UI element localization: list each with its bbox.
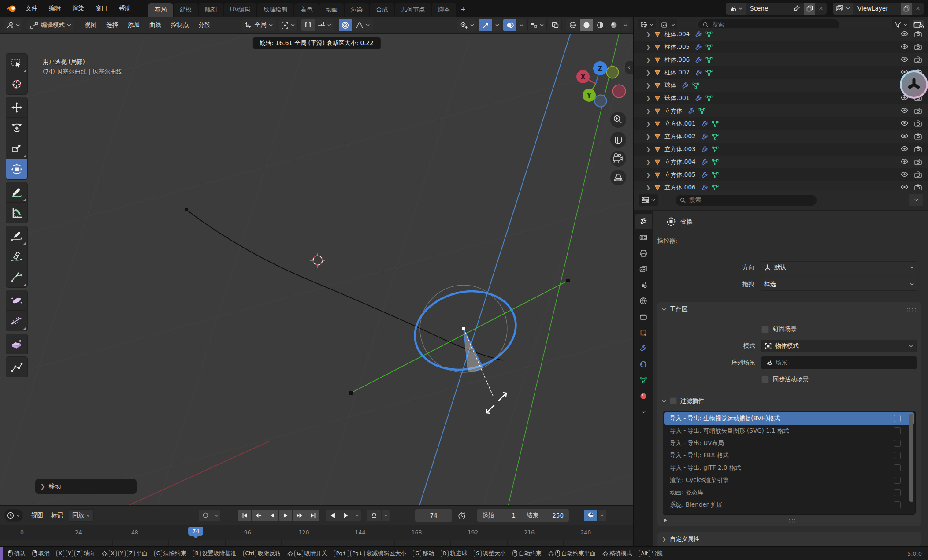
object-name[interactable]: 立方体.005 [664, 171, 696, 179]
overlays-dropdown[interactable] [517, 19, 526, 31]
drag-select[interactable]: 框选 [761, 278, 917, 291]
object-name[interactable]: 立方体.001 [664, 120, 696, 128]
tool-settings-dropdown[interactable] [4, 19, 22, 31]
menu-渲染[interactable]: 渲染 [67, 3, 89, 14]
stopwatch-icon[interactable] [457, 511, 466, 520]
tool-rotate-button[interactable] [6, 118, 28, 138]
outliner-row[interactable]: ❯立方体 [634, 104, 928, 117]
shading-rendered-button[interactable] [607, 19, 620, 31]
modifier-wrench-icon[interactable] [701, 171, 708, 178]
workspace-tab-渲染[interactable]: 渲染 [345, 3, 369, 17]
show-gizmo-dropdown[interactable] [457, 19, 477, 31]
outliner-row[interactable]: ❯立方体.001 [634, 117, 928, 130]
next-keyframe-button[interactable] [293, 510, 306, 521]
addon-enable-checkbox[interactable] [894, 452, 901, 459]
shading-solid-button[interactable] [580, 19, 593, 31]
properties-tool-tab[interactable] [635, 214, 652, 229]
workspace-tab-几何节点[interactable]: 几何节点 [395, 3, 431, 17]
viewport-menu-添加[interactable]: 添加 [124, 19, 144, 31]
hide-eye-icon[interactable] [901, 159, 908, 164]
mesh-data-icon[interactable] [705, 44, 713, 51]
viewport-menu-曲线[interactable]: 曲线 [145, 19, 165, 31]
expand-chevron-icon[interactable]: ❯ [646, 146, 650, 152]
falloff-dropdown[interactable] [353, 19, 373, 31]
hide-eye-icon[interactable] [901, 133, 908, 139]
outliner-row[interactable]: ❯球体 [634, 79, 928, 92]
expand-chevron-icon[interactable]: ❯ [646, 121, 650, 127]
expand-chevron-icon[interactable]: ❯ [646, 159, 650, 165]
filter-addons-header[interactable]: 过滤插件 [657, 394, 921, 408]
scene-browse-button[interactable] [726, 3, 746, 15]
expand-chevron-icon[interactable]: ❯ [646, 108, 650, 114]
panel-drag-grip[interactable] [906, 308, 917, 312]
menu-帮助[interactable]: 帮助 [114, 3, 136, 14]
hide-eye-icon[interactable] [901, 171, 908, 177]
outliner-row[interactable]: ❯柱体.007 [634, 66, 928, 79]
outliner-row[interactable]: ❯球体.001 [634, 92, 928, 104]
snap-toggle[interactable] [301, 19, 315, 31]
mesh-data-icon[interactable] [698, 108, 705, 115]
modifier-wrench-icon[interactable] [701, 133, 708, 140]
viewlayer-name[interactable]: ViewLayer [853, 5, 901, 12]
expand-chevron-icon[interactable]: ❯ [646, 172, 650, 178]
addon-row[interactable]: 导入 - 导出: 可缩放矢量图形 (SVG) 1.1 格式 [664, 425, 914, 437]
sync-active-scene-checkbox[interactable] [761, 376, 769, 383]
properties-search-input[interactable]: 搜索 [676, 195, 817, 206]
render-camera-icon[interactable] [914, 159, 922, 165]
menu-窗口[interactable]: 窗口 [90, 3, 113, 14]
hide-eye-icon[interactable] [901, 146, 908, 152]
tool-annotate-button[interactable] [6, 182, 28, 203]
outliner-row[interactable]: ❯柱体.004 [634, 28, 928, 41]
object-name[interactable]: 柱体.004 [664, 30, 690, 38]
modifier-wrench-icon[interactable] [695, 56, 702, 63]
object-name[interactable]: 球体.001 [664, 94, 690, 102]
hide-eye-icon[interactable] [901, 120, 908, 126]
object-name[interactable]: 柱体.007 [664, 69, 690, 77]
tool-randomize-button[interactable] [6, 356, 28, 377]
play-button[interactable] [279, 510, 292, 521]
modifier-wrench-icon[interactable] [701, 146, 708, 153]
object-name[interactable]: 立方体.003 [664, 145, 696, 153]
properties-physics-tab[interactable] [635, 357, 652, 372]
addon-row[interactable]: 导入 - 导出: FBX 格式 [664, 449, 914, 462]
scene-name[interactable]: Scene [746, 5, 793, 12]
pivot-point-dropdown[interactable] [278, 19, 298, 31]
workspace-tab-布局[interactable]: 布局 [148, 3, 173, 17]
object-name[interactable]: 立方体.004 [664, 158, 696, 166]
xray-toggle[interactable] [549, 19, 562, 31]
properties-tabs-overflow[interactable] [635, 404, 652, 419]
modifier-wrench-icon[interactable] [695, 44, 702, 51]
render-camera-icon[interactable] [914, 184, 922, 190]
object-name[interactable]: 柱体.005 [664, 43, 690, 51]
outliner-row[interactable]: ❯立方体.005 [634, 168, 928, 181]
timeline-playhead[interactable]: 74 [188, 527, 203, 536]
addon-enable-checkbox[interactable] [894, 464, 901, 471]
proportional-editing-toggle[interactable] [339, 19, 352, 31]
properties-render-tab[interactable] [635, 230, 652, 245]
addon-enable-checkbox[interactable] [894, 477, 901, 484]
viewport-3d[interactable]: Z X Y [0, 34, 633, 505]
timeline-ruler[interactable]: 024489612014416819221624074 [0, 525, 633, 540]
frame-step-dropdown[interactable] [353, 510, 361, 521]
frame-start-field[interactable]: 起始1 [477, 509, 521, 522]
shading-wireframe-button[interactable] [566, 19, 579, 31]
properties-modifiers-tab[interactable] [635, 341, 652, 356]
tool-draw-curve-button[interactable] [6, 226, 28, 246]
hide-eye-icon[interactable] [901, 108, 908, 113]
properties-viewlayer-tab[interactable] [635, 262, 652, 277]
frame-end-field[interactable]: 结束250 [521, 509, 569, 522]
pin-icon[interactable] [793, 5, 800, 12]
workspace-tab-UV编辑[interactable]: UV编辑 [224, 3, 256, 17]
properties-scene-tab[interactable] [635, 278, 652, 293]
object-name[interactable]: 立方体.006 [664, 184, 696, 190]
viewport-menu-选择[interactable]: 选择 [102, 19, 122, 31]
properties-data-tab[interactable] [635, 373, 652, 388]
workspace-tab-雕刻[interactable]: 雕刻 [199, 3, 223, 17]
hide-eye-icon[interactable] [901, 184, 908, 190]
expand-chevron-icon[interactable]: ❯ [646, 31, 650, 37]
workspace-tab-动画[interactable]: 动画 [319, 3, 344, 17]
render-camera-icon[interactable] [914, 44, 922, 50]
properties-collection-tab[interactable] [635, 309, 652, 324]
expand-triangle-icon[interactable] [664, 518, 667, 523]
workspace-tab-脚本[interactable]: 脚本 [432, 3, 456, 17]
